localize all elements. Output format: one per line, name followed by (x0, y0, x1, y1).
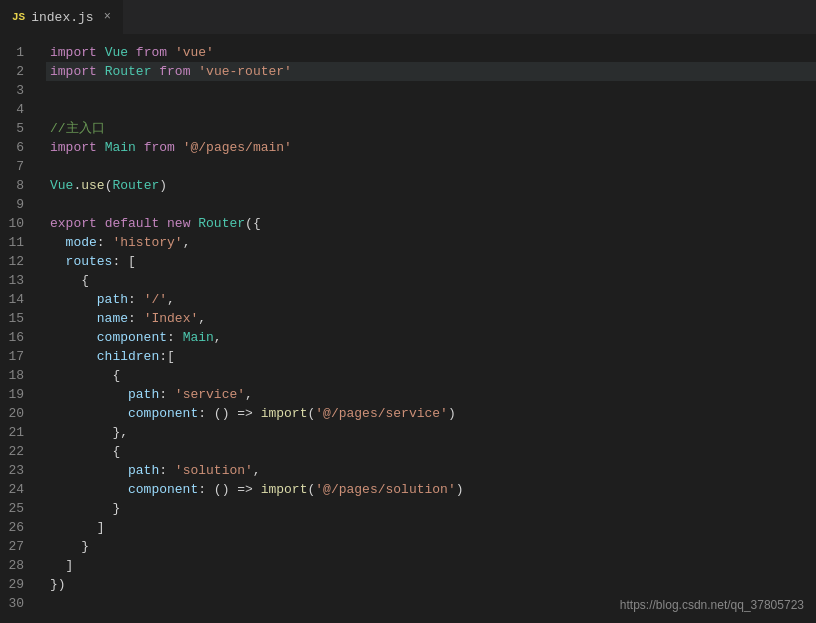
line-number: 28 (0, 556, 32, 575)
editor: 1 2 3 4 5 6 7 8 9 10 11 12 13 14 15 16 1… (0, 35, 816, 623)
line-number: 12 (0, 252, 32, 271)
code-line-11: mode: 'history', (46, 233, 816, 252)
line-number: 8 (0, 176, 32, 195)
line-number: 9 (0, 195, 32, 214)
line-number: 14 (0, 290, 32, 309)
line-number: 15 (0, 309, 32, 328)
code-line-9 (46, 195, 816, 214)
code-line-14: path: '/', (46, 290, 816, 309)
line-numbers: 1 2 3 4 5 6 7 8 9 10 11 12 13 14 15 16 1… (0, 35, 42, 623)
line-number: 24 (0, 480, 32, 499)
code-line-4 (46, 100, 816, 119)
code-line-22: { (46, 442, 816, 461)
tab-close-button[interactable]: × (104, 10, 111, 24)
code-line-29: }) (46, 575, 816, 594)
code-line-20: component: () => import('@/pages/service… (46, 404, 816, 423)
code-line-5: //主入口 (46, 119, 816, 138)
code-line-23: path: 'solution', (46, 461, 816, 480)
tab-bar: JS index.js × (0, 0, 816, 35)
line-number: 20 (0, 404, 32, 423)
line-number: 4 (0, 100, 32, 119)
line-number: 10 (0, 214, 32, 233)
line-number: 19 (0, 385, 32, 404)
code-line-27: } (46, 537, 816, 556)
line-number: 29 (0, 575, 32, 594)
js-file-icon: JS (12, 11, 25, 23)
line-number: 5 (0, 119, 32, 138)
watermark: https://blog.csdn.net/qq_37805723 (620, 596, 804, 615)
code-line-13: { (46, 271, 816, 290)
code-line-25: } (46, 499, 816, 518)
code-line-7 (46, 157, 816, 176)
tab-label: index.js (31, 10, 93, 25)
line-number: 2 (0, 62, 32, 81)
code-line-21: }, (46, 423, 816, 442)
code-line-28: ] (46, 556, 816, 575)
code-line-19: path: 'service', (46, 385, 816, 404)
code-area: import Vue from 'vue' import Router from… (42, 35, 816, 623)
code-line-8: Vue.use(Router) (46, 176, 816, 195)
code-line-6: import Main from '@/pages/main' (46, 138, 816, 157)
code-line-26: ] (46, 518, 816, 537)
line-number: 7 (0, 157, 32, 176)
line-number: 17 (0, 347, 32, 366)
code-line-16: component: Main, (46, 328, 816, 347)
line-number: 1 (0, 43, 32, 62)
line-number: 16 (0, 328, 32, 347)
code-line-24: component: () => import('@/pages/solutio… (46, 480, 816, 499)
line-number: 26 (0, 518, 32, 537)
line-number: 18 (0, 366, 32, 385)
line-number: 6 (0, 138, 32, 157)
line-number: 13 (0, 271, 32, 290)
code-line-17: children:[ (46, 347, 816, 366)
code-line-1: import Vue from 'vue' (46, 43, 816, 62)
line-number: 21 (0, 423, 32, 442)
code-line-18: { (46, 366, 816, 385)
code-line-15: name: 'Index', (46, 309, 816, 328)
code-line-2: import Router from 'vue-router' (46, 62, 816, 81)
code-line-12: routes: [ (46, 252, 816, 271)
line-number: 30 (0, 594, 32, 613)
line-number: 27 (0, 537, 32, 556)
code-line-3 (46, 81, 816, 100)
line-number: 22 (0, 442, 32, 461)
code-line-10: export default new Router({ (46, 214, 816, 233)
tab-index-js[interactable]: JS index.js × (0, 0, 124, 34)
line-number: 23 (0, 461, 32, 480)
line-number: 11 (0, 233, 32, 252)
line-number: 3 (0, 81, 32, 100)
line-number: 25 (0, 499, 32, 518)
